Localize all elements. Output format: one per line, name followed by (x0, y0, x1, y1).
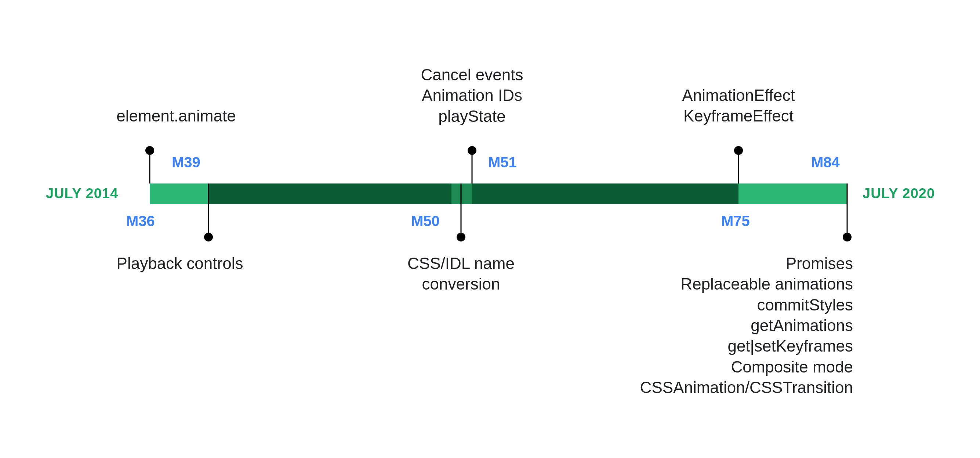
milestone-m36-label: M36 (126, 213, 155, 229)
milestone-m84-label: M84 (811, 154, 840, 171)
feature-text: Replaceable animations (640, 274, 853, 294)
timeline-segment-dark (208, 183, 738, 204)
milestone-m50-label: M50 (411, 213, 440, 229)
milestone-m36-stem (150, 151, 151, 183)
feature-text: playState (421, 106, 523, 127)
milestone-m36-dot (145, 146, 154, 155)
timeline-segment-mid (452, 183, 472, 204)
milestone-m51-label: M51 (488, 154, 517, 171)
milestone-m75-label: M75 (721, 213, 750, 229)
milestone-m75-features: AnimationEffect KeyframeEffect (682, 85, 795, 127)
feature-text: Playback controls (117, 253, 243, 274)
milestone-m75-stem (738, 151, 739, 183)
milestone-m84-features: Promises Replaceable animations commitSt… (640, 253, 853, 398)
feature-text: get|setKeyframes (640, 336, 853, 356)
feature-text: Promises (640, 253, 853, 274)
feature-text: commitStyles (640, 295, 853, 315)
milestone-m50-dot (457, 233, 465, 242)
feature-text: KeyframeEffect (682, 106, 795, 126)
milestone-m50-features: CSS/IDL name conversion (407, 253, 515, 295)
milestone-m39-features: Playback controls (117, 253, 243, 274)
milestone-m39-dot (204, 233, 213, 242)
timeline-start-date: JULY 2014 (46, 186, 118, 202)
timeline-end-date: JULY 2020 (862, 186, 935, 202)
milestone-m51-features: Cancel events Animation IDs playState (421, 65, 523, 127)
feature-text: element.animate (116, 106, 235, 126)
feature-text: getAnimations (640, 315, 853, 336)
milestone-m84-stem (847, 183, 848, 237)
timeline-diagram: JULY 2014 JULY 2020 M36 element.animate … (0, 0, 980, 458)
feature-text: Composite mode (640, 357, 853, 377)
feature-text: CSS/IDL name (407, 253, 515, 274)
feature-text: Cancel events (421, 65, 523, 85)
milestone-m51-stem (472, 151, 473, 183)
milestone-m50-stem (461, 183, 462, 237)
feature-text: CSSAnimation/CSSTransition (640, 377, 853, 398)
feature-text: AnimationEffect (682, 85, 795, 106)
feature-text: conversion (407, 274, 515, 294)
feature-text: Animation IDs (421, 85, 523, 106)
milestone-m51-dot (468, 146, 476, 155)
milestone-m39-stem (208, 183, 209, 237)
milestone-m39-label: M39 (172, 154, 200, 171)
milestone-m36-features: element.animate (116, 106, 235, 126)
milestone-m84-dot (843, 233, 851, 242)
milestone-m75-dot (734, 146, 743, 155)
